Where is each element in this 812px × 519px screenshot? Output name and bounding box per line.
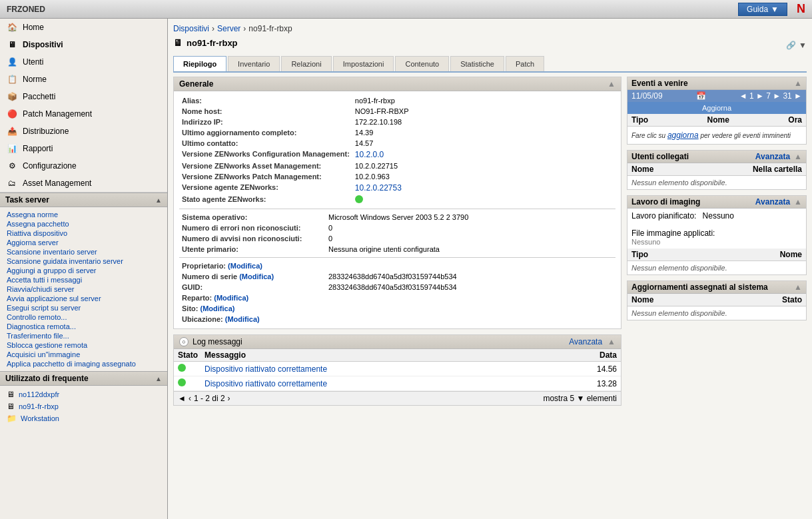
- utenti-avanzata[interactable]: Avanzata: [755, 152, 790, 161]
- field-link[interactable]: 10.2.0.22753: [355, 183, 402, 193]
- log-msg-link[interactable]: Dispositivo riattivato correttamente: [204, 379, 327, 388]
- modifica-link[interactable]: (Modifica): [214, 294, 248, 302]
- field-value: 10.2.0.0: [352, 149, 615, 161]
- sys-field-value: Nessuna origine utenti configurata: [326, 244, 615, 255]
- log-message: Dispositivo riattivato correttamente: [204, 364, 577, 374]
- field-value: 10.2.0.22753: [352, 182, 615, 194]
- guida-button[interactable]: Guida ▼: [738, 3, 787, 16]
- norme-icon: 📋: [7, 74, 17, 85]
- events-nav: ◄ 1 ► 7 ► 31 ►: [739, 91, 802, 101]
- breadcrumb-server[interactable]: Server: [217, 24, 240, 33]
- asset_management-icon: 🗂: [7, 178, 17, 189]
- task-link[interactable]: Accetta tutti i messaggi: [7, 275, 161, 284]
- task-link[interactable]: Acquisici un"immagine: [7, 350, 161, 359]
- modifica-link[interactable]: (Modifica): [201, 304, 235, 312]
- tabs-container: RiepilogoInventarioRelazioniImpostazioni…: [173, 56, 807, 73]
- modifica-link[interactable]: (Modifica): [239, 272, 274, 280]
- extra-field-label: Sito: (Modifica): [179, 303, 326, 314]
- utenti-collapse[interactable]: ▲: [794, 152, 802, 161]
- task-link[interactable]: Aggiungi a gruppo di server: [7, 266, 161, 275]
- task-link[interactable]: Assegna pacchetto: [7, 219, 161, 229]
- task-link[interactable]: Trasferimento file...: [7, 331, 161, 340]
- task-link[interactable]: Sblocca gestione remota: [7, 340, 161, 350]
- aggiorna-button[interactable]: Aggiorna: [627, 102, 806, 114]
- task-link[interactable]: Scansione inventario server: [7, 247, 161, 257]
- imaging-avanzata[interactable]: Avanzata: [755, 197, 790, 207]
- tab-contenuto[interactable]: Contenuto: [395, 56, 449, 71]
- sidebar-item-distribuzione[interactable]: 📤 Distribuzione: [0, 123, 167, 140]
- task-link[interactable]: Applica pacchetto di imaging assegnato: [7, 359, 161, 368]
- tab-impostazioni[interactable]: Impostazioni: [333, 56, 394, 71]
- field-label: Versione ZENworks Asset Management:: [179, 161, 352, 171]
- task-link[interactable]: Controllo remoto...: [7, 312, 161, 322]
- log-row: Dispositivo riattivato correttamente 14.…: [174, 362, 621, 376]
- log-avanzata[interactable]: Avanzata: [569, 337, 602, 346]
- log-stato: [178, 364, 204, 374]
- sidebar-label-norme: Norme: [23, 75, 47, 84]
- generale-collapse[interactable]: ▲: [608, 79, 615, 89]
- log-prev-first[interactable]: ◄: [178, 394, 186, 403]
- sidebar-item-rapporti[interactable]: 📊 Rapporti: [0, 140, 167, 157]
- tab-statistiche[interactable]: Statistiche: [450, 56, 504, 71]
- device-name: no91-fr-rbxp: [187, 38, 238, 48]
- imaging-collapse[interactable]: ▲: [794, 197, 802, 207]
- imaging-file-label: File immagine applicati:: [631, 229, 715, 238]
- frequente-collapse[interactable]: ▲: [155, 375, 162, 382]
- log-msg-link[interactable]: Dispositivo riattivato correttamente: [204, 364, 327, 374]
- breadcrumb: Dispositivi › Server › no91-fr-rbxp: [173, 24, 807, 33]
- task-link[interactable]: Riattiva dispositivo: [7, 229, 161, 238]
- sys-field-value: 0: [326, 223, 615, 233]
- log-stato: [178, 378, 204, 388]
- dropdown-icon[interactable]: ▼: [799, 41, 807, 50]
- log-next[interactable]: ›: [228, 394, 230, 403]
- frequente-label: Utilizzato di frequente: [5, 374, 89, 383]
- modifica-link[interactable]: (Modifica): [225, 315, 260, 323]
- task-link[interactable]: Assegna norme: [7, 210, 161, 219]
- events-date-bar: 11/05/09 📅 ◄ 1 ► 7 ► 31 ►: [627, 90, 806, 102]
- sidebar-label-asset_management: Asset Management: [23, 179, 91, 188]
- sidebar-item-dispositivi[interactable]: 🖥 Dispositivi: [0, 36, 167, 53]
- task-link[interactable]: Esegui script su server: [7, 303, 161, 312]
- frequente-link[interactable]: no91-fr-rbxp: [19, 402, 59, 411]
- calendar-icon[interactable]: 📅: [696, 91, 706, 101]
- eventi-collapse[interactable]: ▲: [794, 79, 802, 88]
- log-prev[interactable]: ‹: [189, 394, 191, 403]
- tab-relazioni[interactable]: Relazioni: [281, 56, 331, 71]
- field-link[interactable]: 10.2.0.0: [355, 150, 384, 159]
- task-link[interactable]: Riavvia/chiudi server: [7, 284, 161, 294]
- sidebar-item-home[interactable]: 🏠 Home: [0, 19, 167, 36]
- imaging-file-value: Nessuno: [631, 238, 660, 246]
- frequente-item[interactable]: 🖥 no91-fr-rbxp: [7, 400, 161, 412]
- modifica-link[interactable]: (Modifica): [228, 262, 262, 270]
- sidebar-item-pacchetti[interactable]: 📦 Pacchetti: [0, 88, 167, 105]
- task-server-collapse[interactable]: ▲: [155, 197, 162, 204]
- task-link[interactable]: Avvia applicazione sul server: [7, 294, 161, 303]
- sidebar-item-asset_management[interactable]: 🗂 Asset Management: [0, 175, 167, 192]
- task-link[interactable]: Scansione guidata inventario server: [7, 257, 161, 266]
- aggiornamenti-panel: Aggiornamenti assegnati al sistema ▲ Nom…: [627, 280, 807, 320]
- sidebar-item-utenti[interactable]: 👤 Utenti: [0, 53, 167, 71]
- task-link[interactable]: Diagnostica remota...: [7, 322, 161, 331]
- log-collapse[interactable]: ▲: [608, 337, 615, 346]
- link-icon[interactable]: 🔗: [786, 41, 796, 50]
- sidebar-item-norme[interactable]: 📋 Norme: [0, 71, 167, 88]
- field-label: Ultimo aggiornamento completo:: [179, 127, 352, 138]
- frequente-item[interactable]: 🖥 no112ddxpfr: [7, 388, 161, 400]
- tab-inventario[interactable]: Inventario: [228, 56, 280, 71]
- sidebar-item-patch_management[interactable]: 🔴 Patch Management: [0, 105, 167, 123]
- aggiorna-link[interactable]: aggiorna: [667, 131, 699, 140]
- aggiornamenti-label: Aggiornamenti assegnati al sistema: [631, 282, 768, 292]
- frequente-link[interactable]: Workstation: [21, 414, 59, 423]
- field-label: Versione ZENworks Patch Management:: [179, 171, 352, 182]
- frequente-link[interactable]: no112ddxpfr: [19, 390, 59, 399]
- log-pagination: 1 - 2 di 2: [194, 394, 225, 403]
- task-link[interactable]: Aggiorna server: [7, 238, 161, 247]
- sidebar-item-configurazione[interactable]: ⚙ Configurazione: [0, 157, 167, 175]
- tab-riepilogo[interactable]: Riepilogo: [173, 56, 226, 71]
- aggiornamenti-collapse[interactable]: ▲: [794, 282, 802, 292]
- tab-patch[interactable]: Patch: [506, 56, 544, 71]
- log-toggle[interactable]: ○: [179, 337, 189, 346]
- breadcrumb-dispositivi[interactable]: Dispositivi: [173, 24, 209, 33]
- log-mostra[interactable]: mostra 5 ▼ elementi: [543, 394, 617, 403]
- frequente-item[interactable]: 📁 Workstation: [7, 412, 161, 424]
